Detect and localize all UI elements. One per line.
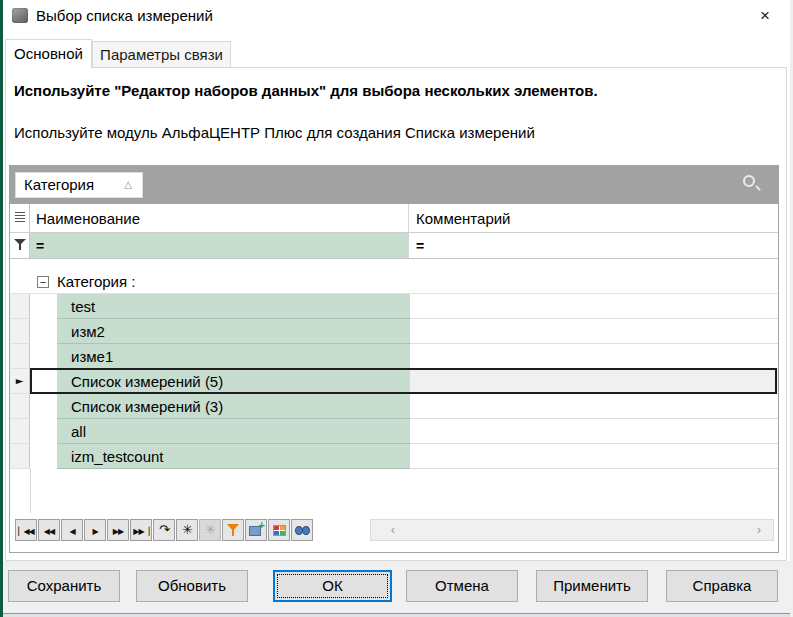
row-indent	[30, 294, 57, 319]
column-header-comment[interactable]: Комментарий	[410, 204, 778, 232]
title-bar[interactable]: Выбор списка измерений ×	[3, 0, 790, 32]
window-title: Выбор списка измерений	[36, 7, 213, 24]
group-by-panel: Категория △	[10, 166, 778, 204]
last-record-button[interactable]: ▶▶▕	[130, 519, 152, 541]
fast-forward-icon: ▶▶	[113, 527, 123, 536]
cell-comment[interactable]	[410, 319, 778, 344]
save-layout-button[interactable]: +	[245, 519, 267, 541]
refresh-button[interactable]: ↷	[153, 519, 175, 541]
tab-main[interactable]: Основной	[5, 39, 92, 68]
row-indicator[interactable]	[10, 394, 30, 419]
column-header-row: Наименование Комментарий	[10, 204, 778, 233]
row-indent	[30, 394, 57, 419]
row-lines-icon	[15, 212, 25, 224]
column-header-name[interactable]: Наименование	[30, 204, 409, 232]
cell-name[interactable]: Список измерений (5)	[57, 369, 410, 394]
ok-button[interactable]: ОК	[273, 570, 392, 602]
search-lens	[743, 175, 755, 187]
last-record-icon: ▶▶▕	[133, 527, 148, 536]
row-indent	[30, 419, 57, 444]
row-indent	[30, 344, 57, 369]
prior-record-button[interactable]: ◀	[61, 519, 83, 541]
table-row[interactable]: all	[10, 419, 778, 444]
row-indent	[30, 319, 57, 344]
table-row[interactable]: test	[10, 294, 778, 319]
refresh-button-footer[interactable]: Обновить	[136, 570, 248, 602]
cell-name[interactable]: Список измерений (3)	[57, 394, 410, 419]
refresh-icon: ↷	[159, 522, 169, 537]
row-indicator[interactable]	[10, 444, 30, 469]
cell-comment[interactable]	[410, 419, 778, 444]
window-icon	[12, 8, 28, 23]
table-row[interactable]: изме1	[10, 344, 778, 369]
cell-name[interactable]: изме1	[57, 344, 410, 369]
filter-cell-name[interactable]: =	[30, 233, 409, 258]
cell-comment[interactable]	[410, 344, 778, 369]
row-indicator[interactable]	[10, 294, 30, 319]
prior-record-icon: ◀	[69, 527, 74, 536]
cancel-button[interactable]: Отмена	[406, 570, 518, 602]
filter-indicator-cell	[10, 233, 30, 258]
table-row[interactable]: Список измерений (3)	[10, 394, 778, 419]
filter-cell-comment[interactable]: =	[410, 233, 778, 258]
sort-ascending-icon[interactable]: △	[124, 180, 132, 190]
goto-bookmark-icon: ✳	[205, 522, 215, 537]
filter-row: = =	[10, 233, 778, 259]
row-indicator[interactable]	[10, 319, 30, 344]
background-edge-bottom	[3, 613, 790, 617]
group-row-category[interactable]: − Категория :	[10, 271, 778, 294]
save-button[interactable]: Сохранить	[8, 570, 120, 602]
help-button[interactable]: Справка	[666, 570, 778, 602]
group-field-label: Категория	[24, 176, 94, 193]
cell-comment[interactable]	[410, 369, 778, 394]
background-edge-left	[0, 0, 3, 617]
footer-bar: Сохранить Обновить ОК Отмена Применить С…	[3, 561, 790, 613]
group-row-label: Категория :	[57, 273, 135, 290]
layout-editor-button[interactable]	[268, 519, 290, 541]
cell-name[interactable]: test	[57, 294, 410, 319]
find-button[interactable]	[291, 519, 313, 541]
next-record-button[interactable]: ▶	[84, 519, 106, 541]
fast-forward-button[interactable]: ▶▶	[107, 519, 129, 541]
apply-button[interactable]: Применить	[536, 570, 648, 602]
filter-button[interactable]	[222, 519, 244, 541]
table-row[interactable]: изм2	[10, 319, 778, 344]
plus-icon: +	[259, 521, 265, 530]
row-indent	[30, 444, 57, 469]
bookmark-button[interactable]: ✳	[176, 519, 198, 541]
bookmark-icon: ✳	[182, 522, 192, 537]
message-hint: Используйте модуль АльфаЦЕНТР Плюс для с…	[14, 124, 535, 141]
scroll-right-icon[interactable]: ›	[749, 520, 769, 540]
search-icon[interactable]	[742, 174, 762, 194]
indicator-column-line	[30, 469, 31, 513]
filter-row-icon	[14, 239, 26, 252]
row-indicator[interactable]	[10, 344, 30, 369]
current-row-indicator[interactable]: ►	[10, 369, 30, 394]
filter-icon	[227, 524, 239, 537]
header-indicator-cell	[10, 204, 30, 232]
tab-link-params[interactable]: Параметры связи	[92, 41, 231, 68]
group-field-category[interactable]: Категория △	[15, 172, 143, 198]
scroll-left-icon[interactable]: ‹	[383, 520, 403, 540]
cell-name[interactable]: all	[57, 419, 410, 444]
close-icon[interactable]: ×	[752, 4, 778, 28]
goto-bookmark-button[interactable]: ✳	[199, 519, 221, 541]
tab-page-main: Используйте "Редактор наборов данных" дл…	[5, 67, 787, 561]
collapse-icon[interactable]: −	[37, 276, 49, 288]
fast-backward-button[interactable]: ◀◀	[38, 519, 60, 541]
cell-comment[interactable]	[410, 394, 778, 419]
table-row-selected[interactable]: ► Список измерений (5)	[10, 369, 778, 394]
table-row[interactable]: izm_testcount	[10, 444, 778, 469]
layout-icon	[273, 525, 286, 536]
next-record-icon: ▶	[92, 527, 97, 536]
row-indicator[interactable]	[10, 419, 30, 444]
horizontal-scrollbar[interactable]: ‹ ›	[370, 519, 774, 541]
first-record-button[interactable]: ▏◀◀	[15, 519, 37, 541]
first-record-icon: ▏◀◀	[18, 527, 33, 536]
message-bold: Используйте "Редактор наборов данных" дл…	[14, 82, 598, 99]
search-handle	[755, 185, 761, 191]
cell-comment[interactable]	[410, 294, 778, 319]
cell-name[interactable]: izm_testcount	[57, 444, 410, 469]
cell-comment[interactable]	[410, 444, 778, 469]
cell-name[interactable]: изм2	[57, 319, 410, 344]
